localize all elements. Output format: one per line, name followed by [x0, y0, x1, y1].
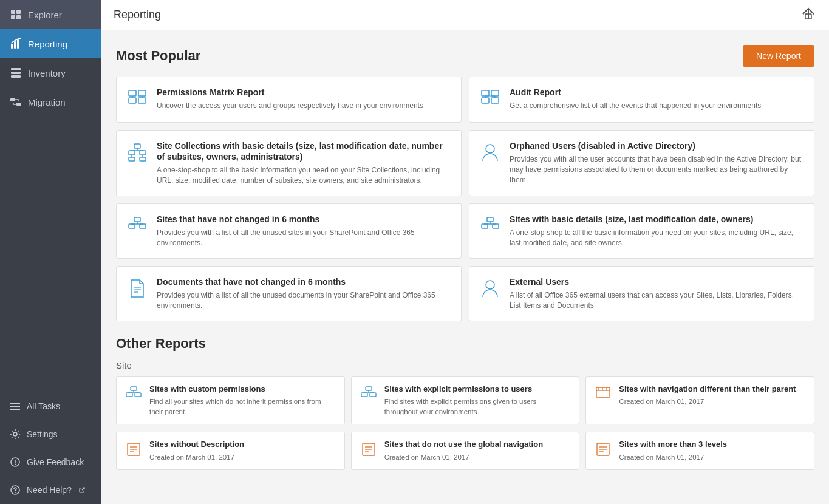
sites-basic-icon: [479, 215, 501, 239]
svg-rect-6: [17, 39, 19, 49]
feedback-icon: [10, 457, 21, 468]
small-card-custom-permissions-title: Sites with custom permissions: [149, 384, 336, 395]
report-card-docs-unchanged[interactable]: Documents that have not changed in 6 mon…: [116, 266, 462, 321]
svg-rect-11: [16, 103, 21, 106]
report-card-permissions-matrix[interactable]: Permissions Matrix Report Uncover the ac…: [116, 77, 462, 123]
report-card-orphaned-users[interactable]: Orphaned Users (disabled in Active Direc…: [469, 130, 814, 196]
sidebar-item-all-tasks-label: All Tasks: [27, 401, 60, 411]
report-card-permissions-matrix-desc: Uncover the access your users and groups…: [157, 101, 423, 111]
svg-rect-9: [11, 75, 21, 78]
top-bar: Reporting: [101, 0, 829, 30]
report-card-site-collections[interactable]: Site Collections with basic details (siz…: [116, 130, 462, 196]
svg-rect-28: [482, 90, 489, 96]
svg-rect-39: [140, 151, 146, 155]
svg-rect-62: [126, 393, 132, 397]
report-card-orphaned-users-title: Orphaned Users (disabled in Active Direc…: [510, 140, 804, 151]
svg-rect-59: [131, 387, 137, 390]
tasks-icon: [10, 401, 21, 412]
report-card-site-collections-desc: A one-stop-shop to all the basic informa…: [157, 165, 451, 186]
small-card-explicit-permissions[interactable]: Sites with explicit permissions to users…: [351, 376, 580, 424]
svg-rect-68: [370, 393, 376, 397]
new-report-button[interactable]: New Report: [743, 45, 814, 67]
sidebar-item-explorer[interactable]: Explorer: [0, 0, 101, 29]
external-users-icon: [479, 278, 501, 302]
svg-rect-50: [487, 217, 493, 222]
svg-rect-35: [134, 144, 140, 148]
svg-rect-63: [135, 393, 141, 397]
inventory-icon: [10, 67, 22, 79]
sidebar-item-all-tasks[interactable]: All Tasks: [0, 392, 101, 420]
svg-rect-14: [10, 409, 20, 410]
small-card-custom-permissions[interactable]: Sites with custom permissions Find all y…: [116, 376, 345, 424]
sidebar-item-settings[interactable]: Settings: [0, 420, 101, 448]
sidebar-item-migration-label: Migration: [28, 97, 66, 107]
svg-rect-4: [11, 44, 13, 49]
svg-rect-67: [361, 393, 367, 397]
sidebar-item-settings-label: Settings: [27, 429, 58, 439]
report-card-audit[interactable]: Audit Report Get a comprehensive list of…: [469, 77, 814, 123]
audit-icon: [479, 88, 501, 112]
report-card-external-users-desc: A list of all Office 365 external users …: [510, 290, 804, 311]
sites-no-global-nav-icon: [360, 441, 377, 460]
svg-rect-38: [129, 151, 135, 155]
small-card-more-levels-desc: Created on March 01, 2017: [619, 452, 727, 462]
report-card-sites-basic-desc: A one-stop-shop to all the basic informa…: [510, 228, 804, 248]
sidebar-item-explorer-label: Explorer: [28, 10, 62, 20]
migration-icon: [10, 96, 22, 108]
other-reports-row2: Sites without Description Created on Mar…: [116, 432, 814, 470]
svg-point-58: [486, 281, 494, 289]
small-card-explicit-permissions-desc: Find sites with explicit permissions giv…: [384, 397, 571, 416]
report-card-sites-basic[interactable]: Sites with basic details (size, last mod…: [469, 203, 814, 259]
sidebar-item-inventory[interactable]: Inventory: [0, 58, 101, 87]
sidebar-item-need-help[interactable]: Need Help?: [0, 476, 101, 504]
sidebar-item-reporting[interactable]: Reporting: [0, 29, 101, 58]
svg-rect-1: [16, 10, 21, 14]
docs-unchanged-icon: [126, 278, 148, 302]
sidebar-item-migration[interactable]: Migration: [0, 87, 101, 117]
orphaned-users-icon: [479, 141, 501, 166]
permissions-icon: [126, 88, 148, 112]
svg-rect-5: [14, 41, 16, 49]
sites-custom-icon: [125, 386, 142, 405]
sidebar-item-inventory-label: Inventory: [28, 68, 66, 78]
small-card-nav-different[interactable]: Sites with navigation different than the…: [585, 376, 814, 424]
sidebar-item-give-feedback-label: Give Feedback: [27, 457, 84, 467]
svg-rect-13: [10, 406, 20, 407]
svg-rect-42: [129, 157, 135, 161]
small-card-no-description-desc: Created on March 01, 2017: [149, 452, 244, 462]
svg-rect-29: [482, 98, 489, 103]
other-reports-row1: Sites with custom permissions Find all y…: [116, 376, 814, 424]
svg-rect-64: [366, 387, 372, 390]
small-card-more-levels[interactable]: Sites with more than 3 levels Created on…: [585, 432, 814, 470]
svg-rect-43: [140, 157, 146, 161]
report-card-sites-basic-title: Sites with basic details (size, last mod…: [510, 214, 804, 225]
svg-rect-25: [138, 98, 146, 103]
sites-levels-icon: [595, 441, 612, 460]
report-card-external-users[interactable]: External Users A list of all Office 365 …: [469, 266, 814, 321]
reporting-icon: [10, 38, 22, 50]
small-card-no-description[interactable]: Sites without Description Created on Mar…: [116, 432, 345, 470]
sidebar-item-need-help-label: Need Help?: [27, 485, 72, 495]
report-card-external-users-title: External Users: [510, 276, 804, 287]
sites-explicit-icon: [360, 386, 377, 405]
svg-rect-24: [138, 90, 146, 96]
svg-rect-0: [11, 10, 15, 14]
sidebar: Explorer Reporting Inventory Migration: [0, 0, 101, 504]
sidebar-item-give-feedback[interactable]: Give Feedback: [0, 448, 101, 476]
report-card-sites-unchanged[interactable]: Sites that have not changed in 6 months …: [116, 203, 462, 259]
svg-point-18: [15, 464, 16, 465]
svg-rect-45: [134, 217, 140, 222]
svg-point-15: [13, 432, 17, 436]
svg-rect-10: [10, 98, 15, 101]
svg-rect-12: [10, 403, 20, 404]
small-card-nav-different-title: Sites with navigation different than the…: [619, 384, 796, 395]
main-area: Reporting Most Popular New Report: [101, 0, 829, 504]
svg-rect-30: [491, 90, 499, 96]
small-card-explicit-permissions-title: Sites with explicit permissions to users: [384, 384, 571, 395]
top-bar-logo: [800, 5, 817, 25]
svg-rect-54: [493, 224, 499, 228]
report-card-permissions-matrix-title: Permissions Matrix Report: [157, 87, 423, 98]
small-card-no-global-nav[interactable]: Sites that do not use the global navigat…: [351, 432, 580, 470]
content-area: Most Popular New Report Permiss: [101, 30, 829, 504]
svg-point-44: [486, 145, 494, 153]
